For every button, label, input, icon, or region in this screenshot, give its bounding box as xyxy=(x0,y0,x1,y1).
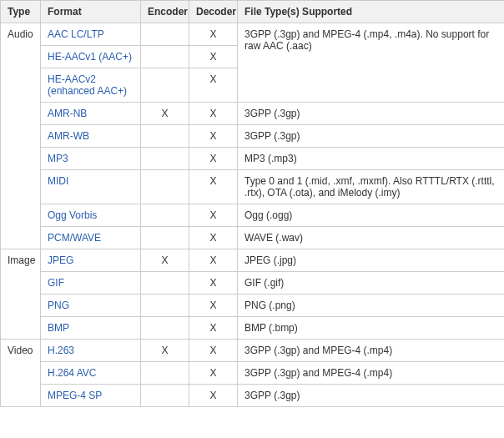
format-link[interactable]: PCM/WAVE xyxy=(48,232,101,244)
format-link[interactable]: BMP xyxy=(48,322,69,334)
decoder-cell: X xyxy=(189,340,238,362)
decoder-cell: X xyxy=(189,170,238,204)
format-link[interactable]: JPEG xyxy=(48,254,73,266)
filetypes-cell: GIF (.gif) xyxy=(238,272,505,295)
filetypes-cell: 3GPP (.3gp) xyxy=(238,125,505,148)
decoder-cell: X xyxy=(189,272,238,295)
format-link[interactable]: MIDI xyxy=(48,175,68,187)
header-filetypes: File Type(s) Supported xyxy=(238,1,505,23)
header-encoder: Encoder xyxy=(141,1,189,23)
format-link[interactable]: H.264 AVC xyxy=(48,367,96,379)
decoder-cell: X xyxy=(189,227,238,249)
header-decoder: Decoder xyxy=(189,1,238,23)
format-link[interactable]: MP3 xyxy=(48,153,68,164)
filetypes-cell: 3GPP (.3gp) and MPEG-4 (.mp4) xyxy=(238,340,505,362)
decoder-cell: X xyxy=(189,148,238,170)
encoder-cell xyxy=(141,46,189,68)
encoder-cell xyxy=(141,295,189,317)
format-link[interactable]: Ogg Vorbis xyxy=(48,209,97,221)
format-cell: H.264 AVC xyxy=(41,362,141,385)
format-link[interactable]: MPEG-4 SP xyxy=(48,390,102,401)
format-cell: HE-AACv1 (AAC+) xyxy=(41,46,141,68)
table-row: Ogg VorbisXOgg (.ogg) xyxy=(1,204,505,227)
format-cell: AAC LC/LTP xyxy=(41,23,141,46)
filetypes-cell: 3GPP (.3gp) and MPEG-4 (.mp4) xyxy=(238,362,505,385)
format-cell: MIDI xyxy=(41,170,141,204)
table-row: BMPXBMP (.bmp) xyxy=(1,317,505,340)
decoder-cell: X xyxy=(189,103,238,125)
format-link[interactable]: AAC LC/LTP xyxy=(48,28,104,40)
format-cell: BMP xyxy=(41,317,141,340)
encoder-cell xyxy=(141,272,189,295)
filetypes-cell: PNG (.png) xyxy=(238,295,505,317)
encoder-cell: X xyxy=(141,249,189,272)
decoder-cell: X xyxy=(189,317,238,340)
format-link[interactable]: H.263 xyxy=(48,345,74,356)
type-cell: Audio xyxy=(1,23,41,249)
encoder-cell xyxy=(141,125,189,148)
decoder-cell: X xyxy=(189,125,238,148)
format-link[interactable]: AMR-WB xyxy=(48,130,89,142)
format-link[interactable]: AMR-NB xyxy=(48,108,87,119)
format-cell: JPEG xyxy=(41,249,141,272)
decoder-cell: X xyxy=(189,385,238,407)
format-cell: PCM/WAVE xyxy=(41,227,141,249)
encoder-cell xyxy=(141,148,189,170)
media-formats-table: Type Format Encoder Decoder File Type(s)… xyxy=(0,0,504,407)
format-link[interactable]: GIF xyxy=(48,277,64,289)
table-header-row: Type Format Encoder Decoder File Type(s)… xyxy=(1,1,505,23)
filetypes-cell: MP3 (.mp3) xyxy=(238,148,505,170)
format-cell: H.263 xyxy=(41,340,141,362)
filetypes-cell: WAVE (.wav) xyxy=(238,227,505,249)
format-link[interactable]: HE-AACv1 (AAC+) xyxy=(48,51,132,63)
encoder-cell xyxy=(141,23,189,46)
format-cell: MP3 xyxy=(41,148,141,170)
table-row: AudioAAC LC/LTPX3GPP (.3gp) and MPEG-4 (… xyxy=(1,23,505,46)
filetypes-cell: Type 0 and 1 (.mid, .xmf, .mxmf). Also R… xyxy=(238,170,505,204)
filetypes-cell: JPEG (.jpg) xyxy=(238,249,505,272)
decoder-cell: X xyxy=(189,23,238,46)
table-row: GIFXGIF (.gif) xyxy=(1,272,505,295)
format-cell: GIF xyxy=(41,272,141,295)
table-row: MPEG-4 SPX3GPP (.3gp) xyxy=(1,385,505,407)
encoder-cell: X xyxy=(141,340,189,362)
decoder-cell: X xyxy=(189,68,238,103)
format-link[interactable]: HE-AACv2 (enhanced AAC+) xyxy=(48,73,127,97)
decoder-cell: X xyxy=(189,362,238,385)
encoder-cell xyxy=(141,204,189,227)
table-row: MP3XMP3 (.mp3) xyxy=(1,148,505,170)
encoder-cell xyxy=(141,362,189,385)
decoder-cell: X xyxy=(189,295,238,317)
decoder-cell: X xyxy=(189,249,238,272)
table-row: AMR-NBXX3GPP (.3gp) xyxy=(1,103,505,125)
format-cell: PNG xyxy=(41,295,141,317)
filetypes-cell: 3GPP (.3gp) and MPEG-4 (.mp4, .m4a). No … xyxy=(238,23,505,103)
filetypes-cell: 3GPP (.3gp) xyxy=(238,385,505,407)
type-cell: Image xyxy=(1,249,41,340)
table-row: PCM/WAVEXWAVE (.wav) xyxy=(1,227,505,249)
filetypes-cell: Ogg (.ogg) xyxy=(238,204,505,227)
format-link[interactable]: PNG xyxy=(48,300,69,311)
filetypes-cell: BMP (.bmp) xyxy=(238,317,505,340)
header-format: Format xyxy=(41,1,141,23)
type-cell: Video xyxy=(1,340,41,407)
table-row: PNGXPNG (.png) xyxy=(1,295,505,317)
table-row: ImageJPEGXXJPEG (.jpg) xyxy=(1,249,505,272)
encoder-cell xyxy=(141,68,189,103)
format-cell: AMR-NB xyxy=(41,103,141,125)
filetypes-cell: 3GPP (.3gp) xyxy=(238,103,505,125)
table-row: MIDIXType 0 and 1 (.mid, .xmf, .mxmf). A… xyxy=(1,170,505,204)
header-type: Type xyxy=(1,1,41,23)
table-row: VideoH.263XX3GPP (.3gp) and MPEG-4 (.mp4… xyxy=(1,340,505,362)
encoder-cell xyxy=(141,385,189,407)
encoder-cell xyxy=(141,170,189,204)
format-cell: MPEG-4 SP xyxy=(41,385,141,407)
encoder-cell: X xyxy=(141,103,189,125)
table-row: H.264 AVCX3GPP (.3gp) and MPEG-4 (.mp4) xyxy=(1,362,505,385)
format-cell: HE-AACv2 (enhanced AAC+) xyxy=(41,68,141,103)
decoder-cell: X xyxy=(189,204,238,227)
encoder-cell xyxy=(141,317,189,340)
table-row: AMR-WBX3GPP (.3gp) xyxy=(1,125,505,148)
format-cell: Ogg Vorbis xyxy=(41,204,141,227)
encoder-cell xyxy=(141,227,189,249)
